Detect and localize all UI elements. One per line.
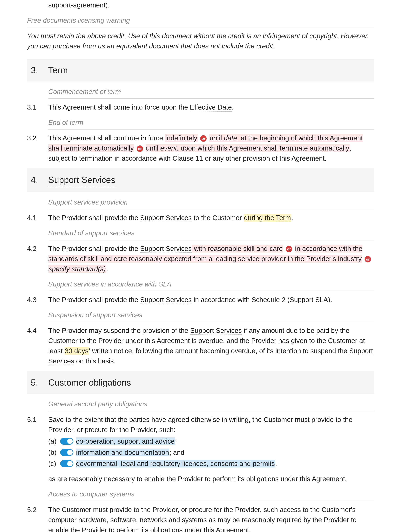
defined-term[interactable]: Support Services: [140, 296, 192, 304]
annotation-4-2: Standard of support services: [48, 228, 374, 238]
section-title: Term: [48, 63, 68, 77]
clause-number: 5.2: [27, 505, 48, 532]
clause-number: 5.1: [27, 414, 48, 484]
annotation-5-2: Access to computer systems: [48, 489, 374, 499]
clause-body: The Provider shall provide the Support S…: [48, 243, 374, 274]
section-title[interactable]: Support Services: [48, 173, 115, 187]
annotation-3-2: End of term: [48, 117, 374, 127]
annotation-4-3: Support services in accordance with SLA: [48, 279, 374, 289]
clause-number: 3.1: [27, 102, 48, 112]
option-text[interactable]: specify standard(s): [48, 265, 106, 273]
defined-term[interactable]: Support Services: [190, 327, 242, 335]
section-number: 4.: [31, 173, 48, 186]
clause-number: 4.1: [27, 213, 48, 223]
clause-4-3: 4.3 The Provider shall provide the Suppo…: [27, 295, 374, 305]
section-4: 4. Support Services: [27, 168, 374, 192]
annotation-3-1: Commencement of term: [48, 87, 374, 97]
toggle-clause-text[interactable]: governmental, legal and regulatory licen…: [76, 460, 275, 468]
clause-body: The Provider shall provide the Support S…: [48, 295, 374, 305]
toggle-clause-text[interactable]: co-operation, support and advice: [76, 437, 175, 445]
clause-body: The Provider may suspend the provision o…: [48, 325, 374, 366]
licensing-warning-label: Free documents licensing warning: [27, 15, 374, 25]
or-badge[interactable]: or: [286, 246, 292, 252]
sub-item-b: (b) information and documentation; and: [48, 447, 374, 457]
sub-item-a: (a) co-operation, support and advice;: [48, 436, 374, 446]
section-number: 3.: [31, 63, 48, 77]
annotation-4-4: Suspension of support services: [48, 310, 374, 320]
defined-term[interactable]: Effective Date: [190, 103, 232, 112]
editable-field[interactable]: 30 days: [64, 347, 89, 355]
clause-body: Save to the extent that the parties have…: [48, 414, 374, 484]
section-number: 5.: [31, 376, 48, 389]
annotation-5-1: General second party obligations: [48, 399, 374, 409]
clause-body: The Customer must provide to the Provide…: [48, 505, 374, 532]
partial-top-line: support-agreement).: [48, 0, 374, 10]
clause-number: 4.3: [27, 295, 48, 305]
clause-body: This Agreement shall come into force upo…: [48, 102, 374, 112]
clause-3-2: 3.2 This Agreement shall continue in for…: [27, 133, 374, 163]
or-badge[interactable]: or: [365, 256, 371, 262]
clause-5-2: 5.2 The Customer must provide to the Pro…: [27, 505, 374, 532]
section-3: 3. Term: [27, 59, 374, 82]
clause-body: The Provider shall provide the Support S…: [48, 213, 374, 223]
clause-4-4: 4.4 The Provider may suspend the provisi…: [27, 325, 374, 366]
defined-term[interactable]: Support Services: [140, 245, 192, 253]
clause-4-2: 4.2 The Provider shall provide the Suppo…: [27, 243, 374, 274]
sub-item-c: (c) governmental, legal and regulatory l…: [48, 458, 374, 469]
clause-body: This Agreement shall continue in force i…: [48, 133, 374, 163]
toggle-switch[interactable]: [60, 460, 73, 467]
annotation-4-1: Support services provision: [48, 197, 374, 207]
toggle-switch[interactable]: [60, 449, 73, 456]
clause-number: 4.2: [27, 243, 48, 274]
clause-3-1: 3.1 This Agreement shall come into force…: [27, 102, 374, 112]
clause-5-1: 5.1 Save to the extent that the parties …: [27, 414, 374, 484]
or-badge[interactable]: or: [200, 135, 207, 142]
option-text[interactable]: with reasonable skill and care: [192, 245, 283, 253]
defined-term[interactable]: Support Services: [140, 214, 192, 222]
section-title: Customer obligations: [48, 376, 131, 389]
or-badge[interactable]: or: [137, 146, 143, 152]
licensing-warning-text: You must retain the above credit. Use of…: [27, 31, 374, 51]
toggle-clause-text[interactable]: information and documentation: [76, 449, 169, 456]
toggle-switch[interactable]: [60, 438, 73, 445]
section-5: 5. Customer obligations: [27, 371, 374, 394]
clause-number: 4.4: [27, 325, 48, 366]
clause-4-1: 4.1 The Provider shall provide the Suppo…: [27, 213, 374, 223]
option-text[interactable]: until event, upon which this Agreement s…: [146, 144, 350, 152]
option-text[interactable]: indefinitely: [165, 134, 198, 142]
editable-field[interactable]: during the Term: [244, 214, 291, 222]
clause-number: 3.2: [27, 133, 48, 163]
